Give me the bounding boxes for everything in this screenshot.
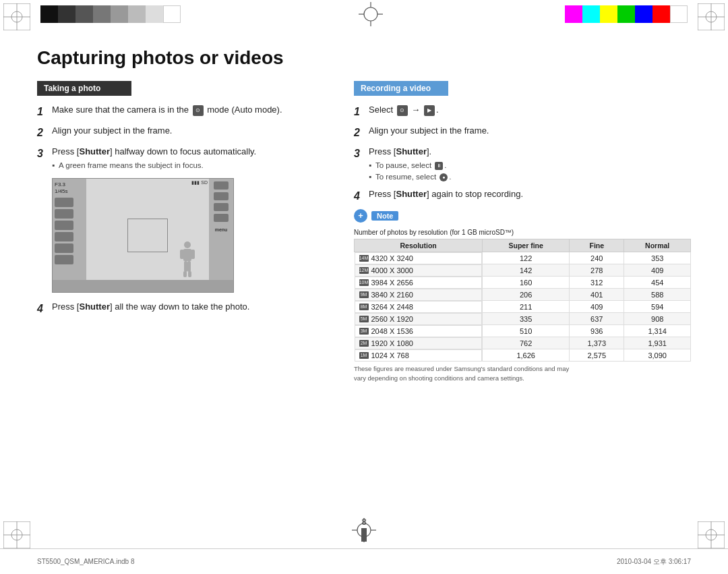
cell-normal: 3,090 (624, 349, 691, 362)
rec-step-4-num: 4 (354, 188, 369, 204)
main-content: Capturing photos or videos Taking a phot… (37, 37, 691, 544)
step-2-num: 2 (37, 125, 52, 140)
step-1: 1 Make sure that the camera is in the ⊙ … (37, 104, 334, 119)
reg-mark-br (698, 521, 725, 548)
cell-resolution: 1M 1024 X 768 (355, 349, 483, 362)
col-normal: Normal (624, 239, 691, 252)
bw-color-strip (40, 5, 181, 23)
cell-normal: 353 (624, 252, 691, 264)
camera-ui-right: menu (209, 179, 233, 292)
resolution-value: 3264 X 2448 (371, 303, 413, 311)
table-note: These figures are measured under Samsung… (354, 364, 691, 382)
cell-fine: 936 (570, 325, 624, 337)
resume-icon: ● (439, 173, 448, 181)
note-box: + Note (354, 209, 691, 223)
step-1-num: 1 (37, 104, 52, 119)
cell-normal: 908 (624, 313, 691, 325)
cell-resolution: 8M 3264 X 2448 (355, 301, 483, 313)
taking-photo-header: Taking a photo (37, 81, 131, 96)
reg-mark-tr (698, 3, 725, 30)
cell-resolution: 9M 3840 X 2160 (355, 289, 483, 301)
step-3-num: 3 (37, 146, 52, 161)
top-bar-right (391, 0, 728, 28)
cell-superfine: 206 (483, 289, 570, 301)
recording-video-header: Recording a video (354, 81, 448, 96)
step-3-sub-1: A green frame means the subject in focus… (52, 160, 334, 171)
cell-normal: 588 (624, 289, 691, 301)
reg-mark-bl (3, 521, 30, 548)
table-row: 9M 3840 X 2160 206 401 588 (355, 289, 691, 301)
cell-superfine: 335 (483, 313, 570, 325)
pause-icon: ⏸ (435, 162, 443, 170)
svg-point-26 (184, 241, 191, 248)
svg-rect-27 (183, 249, 191, 261)
step-2: 2 Align your subject in the frame. (37, 125, 334, 140)
resolution-icon: 5M (359, 316, 369, 322)
cell-normal: 1,314 (624, 325, 691, 337)
video-icon: ▶ (424, 105, 435, 116)
rec-step-1-content: Select ⊙ → ▶. (369, 104, 691, 117)
cell-fine: 1,373 (570, 337, 624, 349)
svg-rect-33 (188, 271, 191, 277)
cell-resolution: 2M 1920 X 1080 (355, 337, 483, 349)
rec-step-1-num: 1 (354, 104, 369, 119)
left-column: Taking a photo 1 Make sure that the came… (37, 81, 334, 382)
rec-step-1: 1 Select ⊙ → ▶. (354, 104, 691, 119)
rec-step-4-content: Press [Shutter] again to stop recording. (369, 188, 691, 201)
cell-resolution: 5M 2560 X 1920 (355, 313, 483, 325)
page-bar (361, 528, 367, 542)
table-row: 3M 2048 X 1536 510 936 1,314 (355, 325, 691, 337)
svg-point-0 (364, 7, 377, 21)
cell-superfine: 211 (483, 301, 570, 313)
resolution-icon: 2M (359, 340, 369, 347)
camera-bottom-bar (53, 280, 233, 292)
cam-right-icon-3 (214, 203, 229, 211)
table-row: 10M 3984 X 2656 160 312 454 (355, 277, 691, 289)
cell-normal: 594 (624, 301, 691, 313)
cam-right-icon-4 (214, 214, 229, 222)
cam-icon-5 (55, 243, 73, 253)
two-col-layout: Taking a photo 1 Make sure that the came… (37, 81, 691, 382)
step-4-num: 4 (37, 301, 52, 316)
camera-preview: F3.31/45s ▮▮▮ SD (52, 178, 234, 293)
resolution-value: 3984 X 2656 (371, 279, 413, 287)
cam-icon-1 (55, 198, 73, 207)
step-3-content: Press [Shutter] halfway down to focus au… (52, 146, 334, 171)
camera-fstop: F3.31/45s (55, 181, 84, 196)
page-title: Capturing photos or videos (37, 47, 691, 69)
camera-focus-box (127, 219, 168, 252)
battery-icon: ▮▮▮ (191, 180, 200, 185)
cell-fine: 240 (570, 252, 624, 264)
reg-mark-tl (3, 3, 30, 30)
cell-superfine: 122 (483, 252, 570, 264)
rec-step-3-sub-2: To resume, select ●. (369, 171, 691, 183)
note-label: Note (371, 211, 398, 221)
cam-icon-4 (55, 232, 73, 241)
rec-step-3-sub: To pause, select ⏸. To resume, select ●. (369, 160, 691, 182)
col-resolution: Resolution (355, 239, 483, 252)
cam-right-icon-1 (214, 181, 229, 190)
rec-step-3-num: 3 (354, 146, 369, 161)
right-column: Recording a video 1 Select ⊙ → ▶. 2 Alig… (354, 81, 691, 382)
rec-step-4: 4 Press [Shutter] again to stop recordin… (354, 188, 691, 204)
page-number: 8 (361, 517, 367, 527)
resolution-icon: 9M (359, 291, 369, 298)
step-4: 4 Press [Shutter] all the way down to ta… (37, 301, 334, 316)
resolution-value: 2560 X 1920 (371, 315, 413, 323)
rec-step-2-num: 2 (354, 125, 369, 140)
resolution-value: 3840 X 2160 (371, 291, 413, 299)
cell-superfine: 142 (483, 264, 570, 277)
camera-icon: ⊙ (397, 105, 408, 116)
cell-fine: 278 (570, 264, 624, 277)
svg-rect-28 (180, 250, 184, 259)
cam-icon-2 (55, 209, 73, 219)
rec-step-2: 2 Align your subject in the frame. (354, 125, 691, 140)
step-4-content: Press [Shutter] all the way down to take… (52, 301, 334, 314)
cell-superfine: 510 (483, 325, 570, 337)
table-row: 2M 1920 X 1080 762 1,373 1,931 (355, 337, 691, 349)
resolution-value: 1920 X 1080 (371, 339, 413, 347)
footer-left: ST5500_QSM_AMERICA.indb 8 (37, 558, 135, 565)
step-3-sub: A green frame means the subject in focus… (52, 160, 334, 171)
resolution-icon: 1M (359, 352, 369, 359)
cam-right-icon-2 (214, 192, 229, 200)
